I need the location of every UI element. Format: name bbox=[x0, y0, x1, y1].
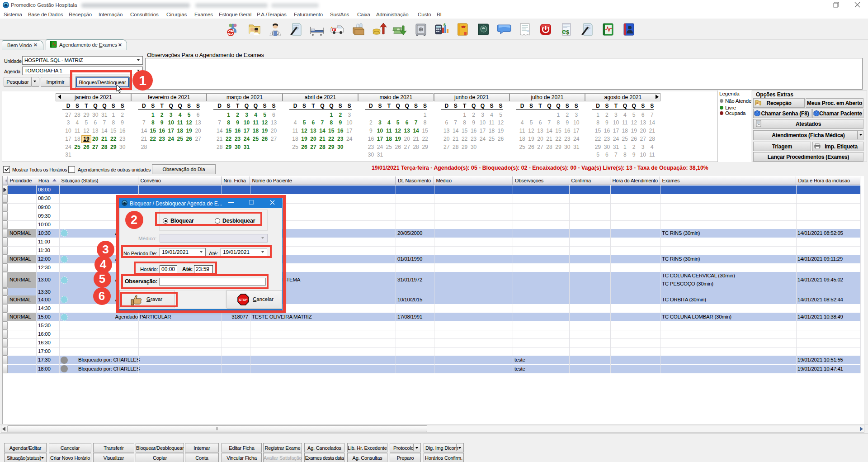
svg-text:$: $ bbox=[443, 23, 446, 27]
svg-text:e: e bbox=[562, 28, 566, 35]
svg-text:$: $ bbox=[566, 29, 570, 36]
